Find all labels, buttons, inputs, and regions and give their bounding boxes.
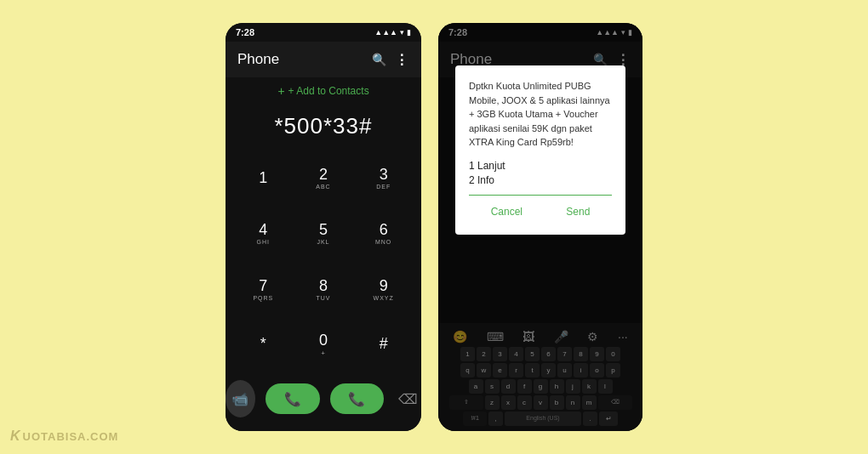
phone-icon-2: 📞 bbox=[348, 391, 365, 407]
status-bar-1: 7:28 ▲▲▲ ▾ ▮ bbox=[226, 23, 421, 42]
key-6[interactable]: 6MNO bbox=[354, 207, 413, 260]
plus-icon: + bbox=[277, 84, 284, 98]
key-5[interactable]: 5JKL bbox=[294, 207, 353, 260]
video-call-btn[interactable]: 📹 bbox=[226, 380, 255, 417]
time-1: 7:28 bbox=[236, 27, 254, 37]
key-8[interactable]: 8TUV bbox=[294, 263, 353, 316]
key-3[interactable]: 3DEF bbox=[354, 151, 413, 205]
signal-icon: ▲▲▲ bbox=[374, 28, 397, 37]
key-4[interactable]: 4GHI bbox=[234, 207, 293, 260]
key-9[interactable]: 9WXYZ bbox=[354, 263, 413, 316]
app-bar-1: Phone 🔍 ⋮ bbox=[226, 42, 421, 77]
add-to-contacts-label: + Add to Contacts bbox=[288, 85, 369, 97]
wifi-icon: ▾ bbox=[400, 28, 404, 37]
key-1[interactable]: 1 bbox=[234, 151, 293, 205]
phone-icon-1: 📞 bbox=[284, 391, 301, 407]
call-btn-1[interactable]: 📞 bbox=[266, 383, 320, 414]
search-icon-1[interactable]: 🔍 bbox=[372, 53, 386, 66]
dialog-message: Dptkn Kuota Unlimited PUBG Mobile, JOOX … bbox=[469, 79, 612, 150]
watermark-icon: K bbox=[10, 428, 21, 444]
dialog-option-2: 2 Info bbox=[469, 174, 612, 186]
phone1-screen: 7:28 ▲▲▲ ▾ ▮ Phone 🔍 ⋮ + + Add to Contac… bbox=[226, 23, 421, 431]
key-hash[interactable]: # bbox=[354, 318, 413, 372]
dialog-send-btn[interactable]: Send bbox=[559, 202, 597, 221]
watermark: K UOTABISA.COM bbox=[10, 428, 118, 444]
app-bar-icons-1: 🔍 ⋮ bbox=[372, 52, 409, 68]
key-star[interactable]: * bbox=[234, 318, 293, 372]
dialer-number: *500*33# bbox=[226, 105, 421, 151]
app-title-1: Phone bbox=[237, 51, 279, 68]
delete-btn[interactable]: ⌫ bbox=[394, 382, 421, 416]
phone2-screen: 7:28 ▲▲▲ ▾ ▮ Phone 🔍 ⋮ 4GHI 5JKL 6MNO 😊 bbox=[438, 23, 642, 431]
dialog-actions: Cancel Send bbox=[469, 202, 612, 221]
more-icon-1[interactable]: ⋮ bbox=[395, 52, 409, 68]
videocam-icon: 📹 bbox=[231, 391, 248, 407]
dialog-overlay: Dptkn Kuota Unlimited PUBG Mobile, JOOX … bbox=[438, 23, 642, 431]
dialog-divider bbox=[469, 195, 612, 196]
battery-icon: ▮ bbox=[407, 28, 411, 37]
call-btn-2[interactable]: 📞 bbox=[330, 383, 385, 414]
watermark-text: UOTABISA.COM bbox=[23, 430, 119, 443]
dialog-cancel-btn[interactable]: Cancel bbox=[484, 202, 529, 221]
keypad: 1 2ABC 3DEF 4GHI 5JKL 6MNO 7PQRS 8TUV 9W… bbox=[226, 151, 421, 372]
backspace-icon: ⌫ bbox=[398, 391, 418, 407]
call-bar: 📹 📞 📞 ⌫ bbox=[226, 372, 421, 431]
dialog-option-1: 1 Lanjut bbox=[469, 160, 612, 172]
key-0[interactable]: 0+ bbox=[294, 318, 353, 372]
dialog-options: 1 Lanjut 2 Info bbox=[469, 160, 612, 186]
key-2[interactable]: 2ABC bbox=[294, 151, 353, 205]
add-to-contacts-btn[interactable]: + + Add to Contacts bbox=[226, 77, 421, 105]
dialog-box: Dptkn Kuota Unlimited PUBG Mobile, JOOX … bbox=[455, 65, 625, 235]
key-7[interactable]: 7PQRS bbox=[234, 263, 293, 316]
status-icons-1: ▲▲▲ ▾ ▮ bbox=[374, 28, 411, 37]
